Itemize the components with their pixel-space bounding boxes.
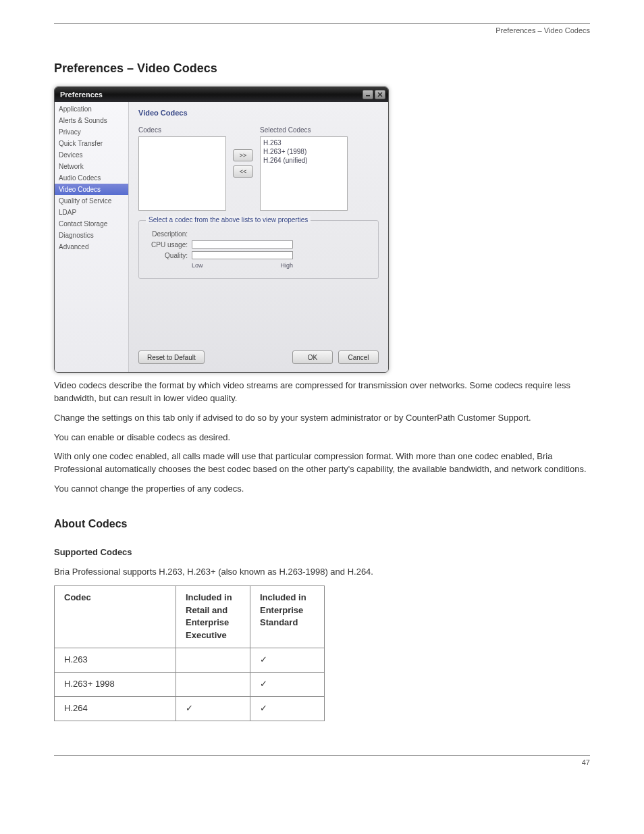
page-number: 47	[582, 758, 590, 766]
panel-title: Video Codecs	[138, 109, 379, 117]
sidebar-item-privacy[interactable]: Privacy	[55, 126, 128, 138]
codec-support-table: Codec Included in Retail and Enterprise …	[54, 585, 325, 721]
table-row: H.263✓	[55, 648, 325, 673]
about-codecs-heading: About Codecs	[54, 516, 590, 531]
quality-label: Quality:	[146, 252, 188, 259]
sidebar-item-application[interactable]: Application	[55, 103, 128, 115]
sidebar-item-quick-transfer[interactable]: Quick Transfer	[55, 138, 128, 149]
table-row: H.263+ 1998✓	[55, 673, 325, 697]
codec-properties-fieldset: Select a codec from the above lists to v…	[138, 220, 379, 279]
description-label: Description:	[146, 230, 188, 238]
doc-p4: With only one codec enabled, all calls m…	[54, 450, 590, 476]
list-item[interactable]: H.263	[263, 138, 344, 147]
codecs-label: Codecs	[138, 126, 226, 134]
sidebar-item-video-codecs[interactable]: Video Codecs	[55, 184, 128, 195]
sidebar-item-network[interactable]: Network	[55, 161, 128, 172]
sidebar-item-ldap[interactable]: LDAP	[55, 207, 128, 218]
th-codec: Codec	[55, 585, 176, 648]
doc-p2: Change the settings on this tab only if …	[54, 412, 590, 425]
sidebar-item-alerts-sounds[interactable]: Alerts & Sounds	[55, 115, 128, 126]
sidebar-item-quality-of-service[interactable]: Quality of Service	[55, 195, 128, 207]
table-row: H.264✓✓	[55, 696, 325, 721]
th-retail: Included in Retail and Enterprise Execut…	[176, 585, 250, 648]
cpu-usage-bar	[192, 240, 293, 249]
minimize-button[interactable]	[363, 90, 373, 99]
window-title: Preferences	[60, 90, 103, 99]
sidebar: ApplicationAlerts & SoundsPrivacyQuick T…	[55, 102, 129, 372]
scale-low: Low	[192, 262, 203, 269]
quality-bar	[192, 251, 293, 259]
cpu-label: CPU usage:	[146, 241, 188, 249]
ok-button[interactable]: OK	[292, 350, 333, 364]
titlebar[interactable]: Preferences	[55, 87, 388, 102]
move-left-button[interactable]: <<	[233, 165, 253, 178]
reset-to-default-button[interactable]: Reset to Default	[138, 350, 205, 364]
sidebar-item-contact-storage[interactable]: Contact Storage	[55, 218, 128, 230]
move-right-button[interactable]: >>	[233, 149, 253, 161]
cancel-button[interactable]: Cancel	[338, 350, 379, 364]
page-title: Preferences – Video Codecs	[54, 61, 590, 76]
sidebar-item-diagnostics[interactable]: Diagnostics	[55, 230, 128, 241]
supported-text: Bria Professional supports H.263, H.263+…	[54, 566, 590, 579]
selected-codecs-list[interactable]: H.263H.263+ (1998)H.264 (unified)	[260, 136, 348, 211]
doc-p1: Video codecs describe the format by whic…	[54, 380, 590, 405]
sidebar-item-devices[interactable]: Devices	[55, 149, 128, 161]
selected-codecs-label: Selected Codecs	[260, 126, 348, 134]
available-codecs-list[interactable]	[138, 136, 226, 211]
doc-p3: You can enable or disable codecs as desi…	[54, 432, 590, 444]
sidebar-item-advanced[interactable]: Advanced	[55, 241, 128, 253]
list-item[interactable]: H.263+ (1998)	[263, 147, 344, 156]
preferences-window: Preferences ApplicationAlerts & SoundsPr…	[54, 86, 389, 373]
list-item[interactable]: H.264 (unified)	[263, 156, 344, 165]
th-standard: Included in Enterprise Standard	[250, 585, 325, 648]
close-button[interactable]	[375, 90, 385, 99]
fieldset-legend: Select a codec from the above lists to v…	[146, 216, 311, 224]
sidebar-item-audio-codecs[interactable]: Audio Codecs	[55, 172, 128, 184]
header-right: Preferences – Video Codecs	[495, 26, 590, 34]
scale-high: High	[280, 262, 293, 269]
doc-p5: You cannot change the properties of any …	[54, 483, 590, 496]
supported-codecs-heading: Supported Codecs	[54, 546, 590, 559]
svg-rect-0	[366, 95, 370, 97]
